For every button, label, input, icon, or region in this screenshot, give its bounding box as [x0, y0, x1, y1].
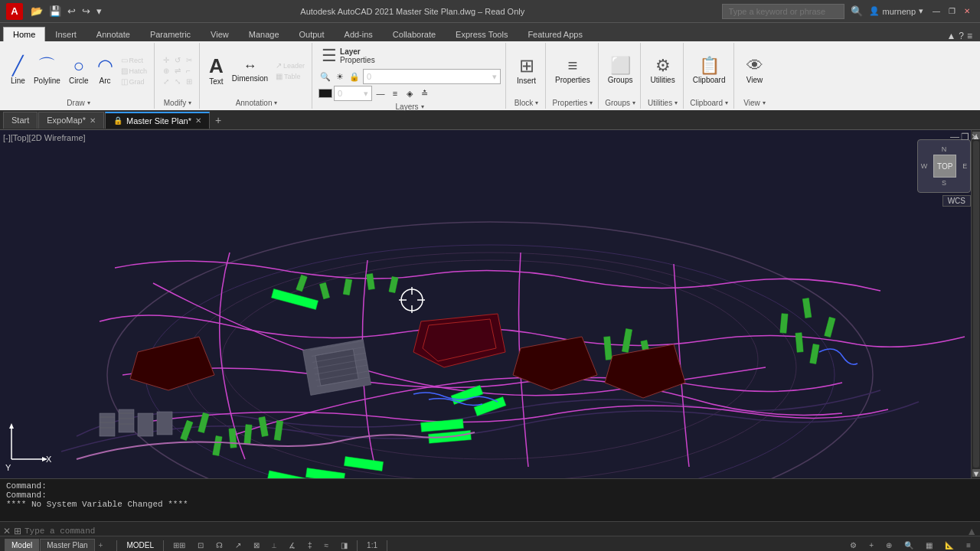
- zoom-scale[interactable]: 1:1: [362, 540, 382, 550]
- redo-btn[interactable]: ↪: [80, 4, 92, 18]
- scroll-down[interactable]: ▼: [972, 469, 980, 477]
- tab-annotate[interactable]: Annotate: [87, 27, 140, 41]
- dynmode-btn[interactable]: ‡: [303, 540, 317, 550]
- annotation-visibility-btn[interactable]: 🔍: [900, 540, 918, 550]
- trim-btn[interactable]: ✂: [184, 55, 194, 65]
- quick-access-toolbar[interactable]: 📂 💾 ↩ ↪ ▾: [29, 4, 103, 18]
- color-btn[interactable]: [318, 89, 332, 98]
- tab-express-tools[interactable]: Express Tools: [446, 27, 518, 41]
- annotation-label[interactable]: Annotation ▾: [236, 99, 278, 107]
- minimize-btn[interactable]: —: [929, 5, 943, 18]
- circle-btn[interactable]: ○ Circle: [66, 55, 92, 86]
- clipboard-label[interactable]: Clipboard ▾: [690, 99, 728, 107]
- model-space-btn[interactable]: MODEL: [122, 540, 158, 550]
- scale-btn[interactable]: ⤡: [172, 77, 183, 86]
- viewcube[interactable]: N W TOP E S WCS: [917, 139, 971, 193]
- modify-label[interactable]: Modify ▾: [164, 99, 191, 107]
- maximize-btn[interactable]: ❐: [945, 5, 959, 18]
- new-tab-btn[interactable]: +: [211, 112, 226, 128]
- tab-start[interactable]: Start: [3, 112, 38, 129]
- lineweight-btn-status[interactable]: ≈: [320, 540, 334, 550]
- line-btn[interactable]: ╱ Line: [8, 55, 28, 86]
- insert-btn[interactable]: ⊞ Insert: [514, 55, 539, 86]
- ducs-btn[interactable]: ∡: [284, 540, 300, 550]
- utilities-label[interactable]: Utilities ▾: [648, 99, 678, 107]
- view-btn[interactable]: 👁 View: [743, 56, 766, 86]
- workspace-btn[interactable]: 📐: [940, 540, 959, 550]
- lineweight-btn[interactable]: ≡: [388, 86, 402, 100]
- wcs-label[interactable]: WCS: [942, 195, 971, 207]
- grid-btn[interactable]: ⊞⊞: [168, 540, 190, 550]
- stretch-btn[interactable]: ⤢: [161, 77, 172, 86]
- tab-master-site-plan[interactable]: 🔒 Master Site Plan* ✕: [105, 112, 210, 129]
- draw-dropdown[interactable]: ▾: [87, 99, 90, 106]
- properties-btn[interactable]: ≡ Properties: [552, 56, 593, 86]
- view-dropdown[interactable]: ▾: [763, 99, 766, 106]
- hardware-accel-btn[interactable]: ⚙: [845, 540, 861, 550]
- leader-btn[interactable]: ↗Leader: [273, 60, 307, 70]
- command-input[interactable]: [24, 527, 963, 536]
- text-btn[interactable]: A Text: [206, 54, 227, 87]
- polyline-btn[interactable]: ⌒ Polyline: [31, 55, 64, 86]
- ui-settings-btn[interactable]: ≡: [962, 540, 975, 550]
- ribbon-more[interactable]: ≡: [967, 31, 972, 41]
- rotate-btn[interactable]: ↺: [172, 55, 183, 65]
- block-label[interactable]: Block ▾: [514, 99, 538, 107]
- layer-search-btn[interactable]: 🔍: [318, 70, 332, 83]
- hatch-btn[interactable]: ▨Hatch: [119, 66, 150, 76]
- save-btn[interactable]: 💾: [47, 4, 63, 18]
- search-input[interactable]: [722, 4, 844, 19]
- layers-dropdown[interactable]: ▾: [421, 103, 424, 110]
- rectangle-btn[interactable]: ▭Rect: [119, 55, 150, 65]
- vertical-scrollbar[interactable]: ▲ ▼: [971, 130, 980, 478]
- viewport[interactable]: [-][Top][2D Wireframe] — ❐ ✕: [0, 130, 980, 478]
- tab-master-close[interactable]: ✕: [195, 116, 201, 125]
- annotation-dropdown[interactable]: ▾: [274, 99, 277, 106]
- qa-dropdown[interactable]: ▾: [95, 4, 103, 18]
- layer-dropdown[interactable]: 0 ▾: [363, 69, 501, 84]
- model-tab-master-plan[interactable]: Master Plan: [40, 539, 94, 552]
- cmd-clear-icon[interactable]: ⊞: [14, 526, 21, 536]
- utilities-btn[interactable]: ⚙ Utilities: [647, 56, 678, 86]
- clipboard-btn[interactable]: 📋 Clipboard: [690, 56, 729, 86]
- user-dropdown[interactable]: ▾: [919, 6, 923, 16]
- arc-btn[interactable]: ◠ Arc: [94, 55, 116, 86]
- search-icon[interactable]: 🔍: [851, 5, 863, 17]
- layer-freeze-btn[interactable]: ☀: [333, 70, 347, 83]
- tab-collaborate[interactable]: Collaborate: [383, 27, 446, 41]
- tab-expomap[interactable]: ExpoMap* ✕: [38, 112, 104, 129]
- viewport-minimize[interactable]: —: [950, 132, 959, 142]
- close-btn[interactable]: ✕: [960, 5, 974, 18]
- undo-btn[interactable]: ↩: [66, 4, 77, 18]
- table-btn[interactable]: ▦Table: [273, 71, 307, 81]
- tab-expomap-close[interactable]: ✕: [90, 116, 96, 125]
- scroll-thumb-v[interactable]: [973, 141, 979, 468]
- viewport-close[interactable]: ✕: [971, 132, 978, 142]
- linetype-btn[interactable]: —: [374, 86, 387, 100]
- add-layout-btn[interactable]: +: [96, 541, 106, 549]
- ribbon-toggle[interactable]: ▲: [946, 31, 956, 41]
- model-tab-model[interactable]: Model: [5, 539, 39, 552]
- tab-output[interactable]: Output: [289, 27, 335, 41]
- polar-btn[interactable]: ↗: [230, 540, 246, 550]
- cad-drawing[interactable]: Y X ✋: [0, 130, 980, 478]
- autoscale-btn[interactable]: ▦: [921, 540, 937, 550]
- annotation-scale-btn[interactable]: ⊕: [881, 540, 897, 550]
- mirror-btn[interactable]: ⇌: [172, 66, 183, 76]
- ribbon-help[interactable]: ?: [959, 31, 964, 41]
- groups-dropdown[interactable]: ▾: [632, 99, 635, 106]
- snap-btn[interactable]: ⊡: [193, 540, 208, 550]
- copy-btn[interactable]: ⊕: [161, 66, 172, 76]
- open-btn[interactable]: 📂: [29, 4, 44, 18]
- tab-insert[interactable]: Insert: [45, 27, 87, 41]
- clipboard-dropdown[interactable]: ▾: [725, 99, 728, 106]
- layer-properties-btn[interactable]: ☰ Layer Properties: [318, 44, 378, 67]
- transparency-btn[interactable]: ◈: [403, 86, 416, 100]
- layer-lock-btn[interactable]: 🔒: [348, 70, 361, 83]
- window-controls[interactable]: — ❐ ✕: [929, 5, 974, 18]
- tab-addins[interactable]: Add-ins: [335, 27, 383, 41]
- groups-label[interactable]: Groups ▾: [605, 99, 635, 107]
- viewcube-face[interactable]: TOP: [933, 155, 956, 178]
- block-dropdown[interactable]: ▾: [535, 99, 538, 106]
- tab-featured-apps[interactable]: Featured Apps: [518, 27, 593, 41]
